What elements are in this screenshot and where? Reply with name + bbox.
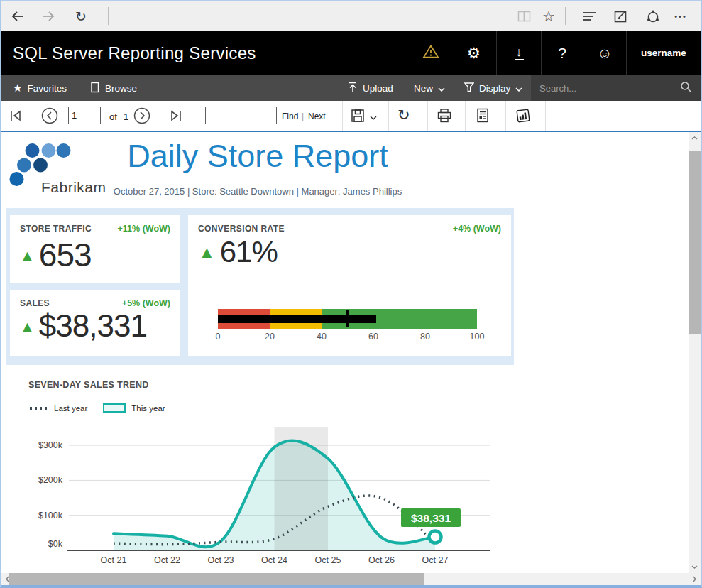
last-page-button[interactable] (169, 109, 183, 124)
bullet-chart (218, 309, 477, 329)
data-callout-text: $38,331 (411, 512, 451, 524)
page-number-input[interactable] (68, 107, 101, 124)
browse-label: Browse (105, 83, 137, 94)
kpi-label: STORE TRAFFIC (20, 224, 92, 234)
display-menu-button[interactable]: Display (464, 75, 522, 101)
legend-swatch-last-year (30, 407, 48, 410)
toolbar-divider (465, 101, 466, 131)
trend-chart: $0k$100k$200k$300kOct 21Oct 22Oct 23Oct … (1, 422, 514, 579)
export-report-button[interactable] (476, 108, 490, 125)
print-button[interactable] (437, 108, 452, 126)
vertical-scroll-thumb[interactable] (689, 151, 701, 334)
new-menu-button[interactable]: New (414, 75, 445, 101)
x-tick-label: Oct 25 (315, 555, 341, 565)
display-label: Display (479, 83, 510, 94)
warnings-button[interactable] (410, 31, 451, 75)
up-triangle-icon: ▲ (20, 319, 35, 334)
bullet-tick-label: 20 (265, 332, 275, 342)
smiley-icon: ☺ (597, 45, 612, 60)
scroll-up-arrow[interactable] (689, 132, 701, 144)
web-note-icon[interactable] (613, 9, 629, 24)
scroll-down-arrow[interactable] (689, 561, 701, 573)
horizontal-scroll-thumb[interactable] (9, 573, 424, 585)
user-menu[interactable]: username (626, 31, 701, 75)
forward-icon[interactable] (40, 9, 56, 24)
gear-icon: ⚙ (467, 45, 481, 60)
kpi-value: $38,331 (39, 310, 147, 342)
add-favorite-star-icon[interactable]: ☆ (541, 9, 556, 24)
x-tick-label: Oct 23 (208, 555, 234, 565)
open-in-powerbi-button[interactable] (515, 107, 532, 126)
share-icon[interactable] (645, 9, 661, 24)
up-triangle-icon: ▲ (198, 244, 216, 261)
first-page-button[interactable] (9, 109, 23, 124)
report-meta: October 27, 2015 | Store: Seattle Downto… (1, 186, 514, 197)
upload-label: Upload (363, 83, 393, 94)
y-tick-label: $200k (38, 475, 63, 485)
kpi-tile-store-traffic: STORE TRAFFIC +11% (WoW) ▲ 653 (10, 215, 180, 283)
up-triangle-icon: ▲ (20, 248, 35, 263)
help-button[interactable]: ? (541, 31, 583, 75)
funnel-icon (464, 82, 474, 94)
x-tick-label: Oct 26 (368, 555, 395, 565)
toolbar-divider (505, 101, 506, 131)
download-button[interactable]: ↓ (496, 31, 541, 75)
toolbar-divider (342, 101, 343, 131)
back-icon[interactable] (10, 9, 26, 24)
find-input[interactable] (205, 107, 277, 124)
more-icon[interactable]: ••• (673, 9, 689, 24)
trend-title: SEVEN-DAY SALES TREND (28, 380, 149, 390)
browse-tab[interactable]: Browse (91, 75, 137, 101)
last-year-line (114, 496, 435, 545)
powerbi-icon (515, 116, 532, 126)
save-export-button[interactable] (351, 109, 377, 125)
warning-icon (422, 44, 439, 62)
feedback-button[interactable]: ☺ (583, 31, 626, 75)
kpi-delta: +5% (WoW) (122, 298, 170, 308)
chevron-down-icon (515, 83, 522, 94)
kpi-label: SALES (20, 298, 50, 308)
bullet-tick-label: 80 (420, 332, 430, 342)
kpi-delta: +11% (WoW) (118, 224, 170, 234)
kpi-panel: STORE TRAFFIC +11% (WoW) ▲ 653 SALES +5%… (6, 208, 514, 365)
find-link[interactable]: Find (282, 111, 298, 121)
browser-toolbar: ↻ ☆ ••• (1, 1, 701, 31)
bullet-tick-label: 40 (317, 332, 327, 342)
horizontal-scrollbar[interactable] (1, 573, 701, 585)
reading-view-icon[interactable] (517, 9, 532, 24)
hub-icon[interactable] (582, 9, 598, 24)
find-next-separator: | (302, 111, 304, 121)
upload-button[interactable]: Upload (348, 75, 393, 101)
kpi-value: 653 (39, 238, 92, 272)
scroll-right-arrow[interactable] (689, 573, 701, 585)
report-title: Daily Store Report (1, 138, 514, 175)
new-label: New (414, 83, 433, 94)
previous-page-button[interactable] (41, 107, 58, 126)
y-tick-label: $0k (48, 539, 63, 549)
next-page-button[interactable] (133, 107, 150, 126)
refresh-icon: ↻ (397, 107, 410, 123)
next-link[interactable]: Next (308, 111, 326, 121)
y-tick-label: $100k (38, 511, 63, 521)
settings-button[interactable]: ⚙ (451, 31, 496, 75)
toolbar-divider (545, 101, 546, 131)
search-icon[interactable] (680, 81, 692, 95)
bullet-tick-label: 0 (216, 332, 221, 342)
vertical-scrollbar[interactable] (689, 132, 701, 573)
endpoint-marker (429, 531, 442, 543)
data-callout (401, 508, 461, 527)
app-header: SQL Server Reporting Services ⚙ ↓ ? ☺ us… (1, 31, 701, 75)
kpi-delta: +4% (WoW) (453, 224, 501, 234)
refresh-icon[interactable]: ↻ (73, 9, 89, 24)
kpi-tile-conversion-rate: CONVERSION RATE +4% (WoW) ▲ 61% 02040608… (188, 215, 511, 356)
browse-icon (91, 82, 100, 95)
refresh-report-button[interactable]: ↻ (397, 107, 410, 124)
bullet-tick-label: 100 (470, 332, 485, 342)
chevron-down-icon (438, 83, 445, 94)
save-icon (351, 109, 365, 125)
favorites-tab[interactable]: ★ Favorites (13, 75, 67, 101)
toolbar-divider (565, 7, 566, 25)
search-input[interactable] (531, 82, 680, 94)
browser-window: ↻ ☆ ••• SQL Server Reporting Services ⚙ … (0, 0, 702, 588)
search-box (531, 75, 701, 101)
